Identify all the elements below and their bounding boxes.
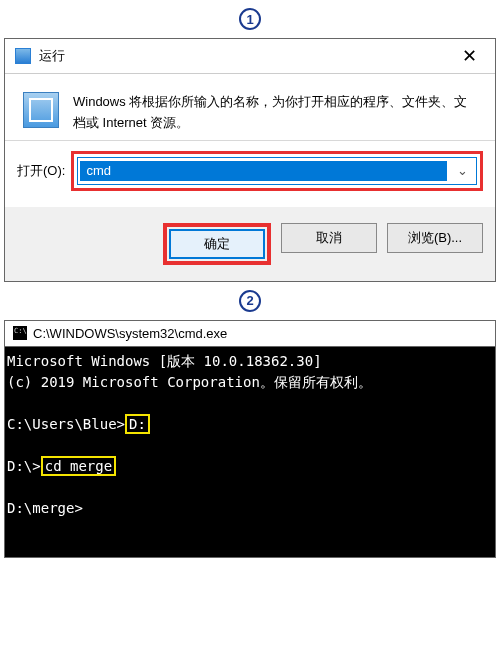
browse-button[interactable]: 浏览(B)...	[387, 223, 483, 253]
cmd-prompt: D:\>	[7, 458, 41, 474]
run-logo-icon	[23, 92, 59, 128]
chevron-down-icon[interactable]: ⌄	[449, 163, 476, 178]
cmd-window: C:\WINDOWS\system32\cmd.exe Microsoft Wi…	[4, 320, 496, 558]
cmd-prompt: D:\merge>	[7, 500, 83, 516]
cmd-line: (c) 2019 Microsoft Corporation。保留所有权利。	[7, 374, 372, 390]
run-icon	[15, 48, 31, 64]
open-row: 打开(O): cmd ⌄	[5, 141, 495, 207]
ok-button-highlight: 确定	[163, 223, 271, 265]
open-label: 打开(O):	[17, 162, 65, 180]
open-input-highlight: cmd ⌄	[71, 151, 483, 191]
run-description: Windows 将根据你所输入的名称，为你打开相应的程序、文件夹、文档或 Int…	[73, 92, 477, 134]
ok-button[interactable]: 确定	[169, 229, 265, 259]
run-body: Windows 将根据你所输入的名称，为你打开相应的程序、文件夹、文档或 Int…	[5, 74, 495, 141]
cmd-icon	[13, 326, 27, 340]
cmd-highlight-2: cd merge	[41, 456, 116, 477]
cmd-title: C:\WINDOWS\system32\cmd.exe	[33, 326, 227, 341]
button-row: 确定 取消 浏览(B)...	[5, 207, 495, 281]
close-icon[interactable]: ✕	[454, 45, 485, 67]
open-combobox[interactable]: cmd ⌄	[77, 157, 477, 185]
cmd-prompt: C:\Users\Blue>	[7, 416, 125, 432]
cmd-line: Microsoft Windows [版本 10.0.18362.30]	[7, 353, 322, 369]
open-input-value[interactable]: cmd	[80, 161, 447, 181]
cmd-highlight-1: D:	[125, 414, 150, 435]
cmd-titlebar: C:\WINDOWS\system32\cmd.exe	[5, 321, 495, 347]
run-dialog: 运行 ✕ Windows 将根据你所输入的名称，为你打开相应的程序、文件夹、文档…	[4, 38, 496, 282]
step-badge-2: 2	[239, 290, 261, 312]
cmd-body[interactable]: Microsoft Windows [版本 10.0.18362.30] (c)…	[5, 347, 495, 557]
step-badge-1: 1	[239, 8, 261, 30]
run-titlebar: 运行 ✕	[5, 39, 495, 74]
cancel-button[interactable]: 取消	[281, 223, 377, 253]
run-title: 运行	[39, 47, 454, 65]
